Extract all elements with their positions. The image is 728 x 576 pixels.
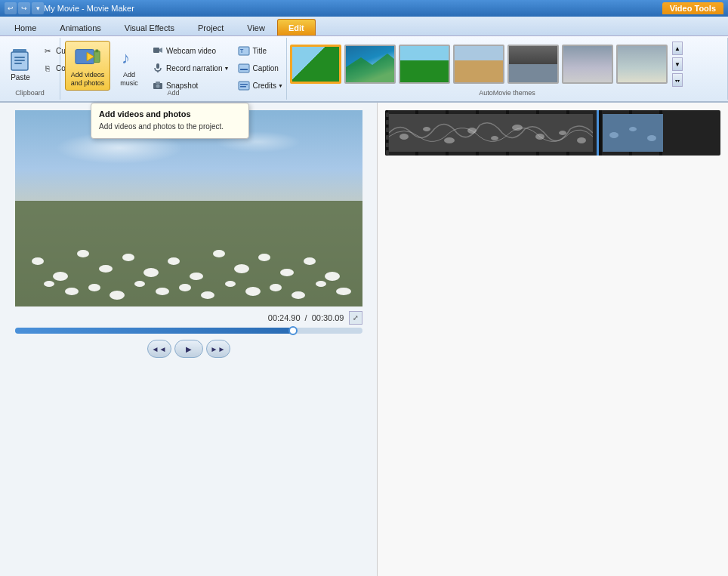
credits-dropdown-arrow: ▼ bbox=[278, 83, 283, 88]
svg-rect-12 bbox=[156, 63, 159, 69]
preview-controls: 00:24.90 / 00:30.09 ⤢ ◄◄ ▶ ►► bbox=[15, 311, 362, 358]
svg-point-63 bbox=[559, 131, 566, 135]
svg-point-73 bbox=[629, 127, 637, 131]
svg-point-44 bbox=[110, 291, 125, 300]
svg-rect-22 bbox=[240, 84, 248, 85]
add-videos-label: Add videosand photos bbox=[71, 71, 105, 88]
svg-point-59 bbox=[467, 128, 477, 134]
theme-mountain[interactable] bbox=[616, 45, 668, 84]
qat-btn-3[interactable]: ▾ bbox=[32, 2, 44, 14]
theme-clouds[interactable] bbox=[562, 45, 613, 84]
svg-point-61 bbox=[512, 125, 523, 131]
svg-point-49 bbox=[225, 281, 236, 287]
svg-point-45 bbox=[134, 281, 145, 287]
timeline-strip[interactable] bbox=[385, 110, 720, 156]
narration-dropdown-arrow: ▼ bbox=[224, 66, 229, 71]
progress-thumb[interactable] bbox=[288, 326, 298, 335]
svg-point-72 bbox=[609, 132, 618, 138]
theme-ocean[interactable] bbox=[344, 45, 396, 84]
fullscreen-button[interactable]: ⤢ bbox=[349, 311, 362, 325]
clipboard-label: Clipboard bbox=[0, 89, 60, 97]
webcam-icon bbox=[152, 45, 164, 57]
time-separator: / bbox=[305, 313, 307, 322]
progress-bar[interactable] bbox=[15, 328, 362, 334]
svg-point-53 bbox=[316, 281, 326, 287]
play-button[interactable]: ▶ bbox=[174, 340, 203, 358]
title-button[interactable]: T Title bbox=[234, 42, 287, 59]
paste-button[interactable]: Paste bbox=[5, 41, 36, 86]
tab-project[interactable]: Project bbox=[187, 19, 235, 35]
automovie-label: AutoMovie themes bbox=[290, 89, 724, 97]
svg-rect-3 bbox=[14, 60, 25, 61]
birds-ground bbox=[15, 201, 362, 306]
quick-access-toolbar[interactable]: ↩ ↪ ▾ bbox=[5, 2, 44, 14]
svg-rect-10 bbox=[153, 48, 159, 53]
tooltip-description: Add videos and photos to the project. bbox=[99, 122, 241, 132]
add-music-icon: ♪ bbox=[116, 44, 143, 71]
svg-point-56 bbox=[399, 134, 409, 140]
timeline-active-waveform bbox=[603, 114, 663, 152]
add-videos-button[interactable]: Add videosand photos bbox=[65, 41, 110, 91]
total-time: 00:30.09 bbox=[312, 313, 344, 322]
progress-fill bbox=[15, 328, 293, 334]
svg-rect-20 bbox=[240, 69, 248, 70]
qat-btn-1[interactable]: ↩ bbox=[5, 2, 17, 14]
svg-point-28 bbox=[53, 272, 68, 281]
caption-button[interactable]: Caption bbox=[234, 60, 287, 76]
rewind-button[interactable]: ◄◄ bbox=[147, 340, 171, 358]
svg-point-31 bbox=[122, 254, 134, 261]
tab-home[interactable]: Home bbox=[3, 19, 48, 35]
theme-dark[interactable] bbox=[507, 45, 559, 84]
add-music-button[interactable]: ♪ Addmusic bbox=[112, 41, 147, 91]
svg-rect-21 bbox=[239, 82, 249, 90]
svg-rect-23 bbox=[240, 86, 246, 88]
svg-rect-8 bbox=[95, 50, 98, 53]
svg-point-40 bbox=[325, 272, 340, 281]
svg-rect-68 bbox=[386, 135, 389, 140]
timeline-active-segment[interactable] bbox=[597, 110, 665, 156]
scroll-expand-button[interactable]: ▾▾ bbox=[672, 73, 683, 87]
svg-point-58 bbox=[444, 137, 455, 143]
record-narration-button[interactable]: Record narration ▼ bbox=[148, 60, 233, 76]
svg-rect-7 bbox=[94, 51, 100, 62]
svg-point-15 bbox=[156, 85, 160, 88]
ribbon-group-add: Add videosand photos ♪ Addmusic Webcam v… bbox=[60, 38, 287, 100]
theme-green[interactable] bbox=[399, 45, 450, 84]
qat-btn-2[interactable]: ↪ bbox=[18, 2, 30, 14]
tab-view[interactable]: View bbox=[236, 19, 276, 35]
scroll-up-button[interactable]: ▲ bbox=[672, 42, 683, 55]
automovie-section: ▲ ▼ ▾▾ AutoMovie themes bbox=[287, 38, 728, 100]
video-tools-badge: Video Tools bbox=[662, 2, 723, 14]
svg-rect-67 bbox=[386, 128, 389, 132]
webcam-video-button[interactable]: Webcam video bbox=[148, 42, 233, 59]
theme-sky[interactable] bbox=[290, 45, 341, 84]
cut-icon: ✂ bbox=[42, 45, 54, 57]
svg-point-50 bbox=[245, 287, 261, 296]
ribbon: Paste ✂ Cut ⎘ Copy Clipboard bbox=[0, 36, 728, 103]
tab-animations[interactable]: Animations bbox=[48, 19, 112, 35]
add-music-label: Addmusic bbox=[120, 71, 138, 88]
svg-rect-16 bbox=[156, 82, 160, 84]
svg-point-42 bbox=[65, 288, 79, 295]
timeline-active-content bbox=[603, 114, 661, 152]
tab-visual-effects[interactable]: Visual Effects bbox=[113, 19, 186, 35]
timeline-film-content bbox=[389, 114, 593, 152]
title-icon: T bbox=[238, 45, 250, 57]
add-videos-icon bbox=[74, 44, 101, 71]
video-preview bbox=[15, 110, 362, 306]
svg-point-30 bbox=[99, 265, 113, 273]
svg-point-33 bbox=[168, 257, 180, 265]
svg-point-74 bbox=[647, 135, 656, 141]
fast-forward-button[interactable]: ►► bbox=[206, 340, 230, 358]
theme-desert[interactable] bbox=[453, 45, 504, 84]
window-title: My Movie - Movie Maker bbox=[44, 4, 662, 13]
svg-point-46 bbox=[156, 288, 169, 295]
preview-panel: 00:24.90 / 00:30.09 ⤢ ◄◄ ▶ ►► bbox=[0, 103, 378, 576]
timeline-film bbox=[385, 110, 597, 156]
copy-icon: ⎘ bbox=[42, 62, 54, 74]
svg-text:T: T bbox=[240, 48, 244, 54]
svg-rect-19 bbox=[239, 64, 249, 72]
tab-edit[interactable]: Edit bbox=[277, 19, 316, 35]
preview-image bbox=[15, 110, 362, 306]
scroll-down-button[interactable]: ▼ bbox=[672, 57, 683, 71]
